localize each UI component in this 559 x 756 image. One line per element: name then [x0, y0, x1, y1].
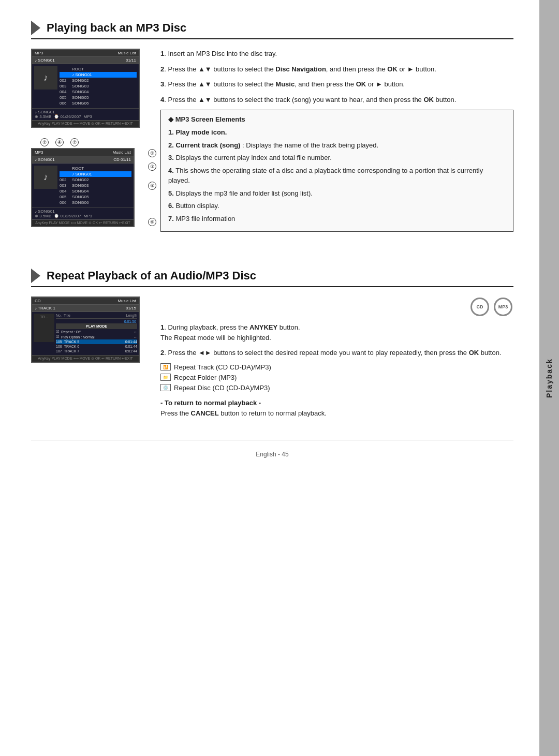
screen1-sub-right: 01/11 — [126, 58, 136, 63]
repeat-track-icon: 🔁 — [160, 363, 171, 370]
list-row: 003SONG03 — [60, 83, 137, 89]
section2-title: Repeat Playback of an Audio/MP3 Disc — [47, 269, 256, 283]
cd-top-right: Music List — [117, 299, 136, 303]
cd-list-header: No. Title Length — [56, 314, 137, 319]
screen2-sub-left: ♪ SONG01 — [35, 157, 55, 162]
list-row: 002SONG02 — [60, 177, 131, 183]
anno-2: ② — [40, 138, 49, 146]
list-row: 005SONG05 — [60, 95, 137, 100]
section1-arrow — [31, 21, 40, 35]
section2-body: CD Music List ♪ TRACK 1 01/15 TR... — [31, 297, 513, 419]
screen2-bottombar: AnyKey PLAY MODE ⟺ MOVE ⊙ OK ↩ RETURN ↩E… — [32, 219, 134, 226]
callout-item-6: 6. Button display. — [168, 201, 506, 211]
screen2-top-right: Music List — [112, 150, 131, 155]
list-row-highlighted: ♪ SONG01 — [60, 171, 131, 177]
screen1-sub-left: ♪ SONG01 — [35, 58, 55, 63]
callout-list: 1. Play mode icon. 2. Current track (son… — [168, 127, 506, 224]
cd-time: 0:01:50 — [56, 320, 137, 323]
list-row: ROOT — [60, 166, 131, 171]
screen1-top-left: MP3 — [35, 51, 43, 55]
cd-bottombar: AnyKey PLAY MODE ⟺ MOVE ⊙ OK ↩ RETURN ↩E… — [32, 355, 139, 362]
cd-sub-left: ♪ TRACK 1 — [35, 306, 55, 310]
list-row: 002SONG02 — [60, 78, 137, 83]
callout-item-5: 5. Displays the mp3 file and folder list… — [168, 188, 506, 199]
screen2-wrapper: ① ③ ⑤ ⑥ — [31, 148, 145, 227]
anno-6: ⑥ — [148, 218, 158, 226]
callout-item-4: 4. This shows the operating state of a d… — [168, 166, 506, 186]
anno-top-row: ② ④ ⑦ — [31, 138, 145, 146]
section1-title: Playing back an MP3 Disc — [47, 21, 186, 35]
screen1-info: ♪ SONG01 ⊕ 3.5MB ⌚ 01/26/2007 MP3 — [32, 108, 139, 120]
screen2-list: ROOT ♪ SONG01 002SONG02 00 — [60, 166, 131, 205]
step3: 3. Press the ▲▼ buttons to select the Mu… — [160, 79, 513, 90]
repeat-modes-list: 🔁 Repeat Track (CD CD-DA)/MP3) 📁 Repeat … — [160, 363, 513, 392]
annotated-diagram: ② ④ ⑦ ① ③ — [31, 138, 145, 227]
section2-left: CD Music List ♪ TRACK 1 01/15 TR... — [31, 297, 145, 419]
screen1-content: ♪ ROOT ♪ SONG01 002SONG02 — [32, 64, 139, 108]
section1-steps: 1. Insert an MP3 Disc into the disc tray… — [160, 49, 513, 105]
cd-thumb: TR... — [34, 314, 54, 342]
repeat-folder-label: Repeat Folder (MP3) — [174, 374, 237, 381]
cd-icon: CD — [470, 298, 489, 316]
screen2-content: ♪ ROOT ♪ SONG01 002SONG02 — [32, 164, 134, 207]
cd-row-7: 107 TRACK 7 0:01:44 — [56, 349, 137, 353]
side-tab: Playback — [539, 0, 559, 756]
callout-box: MP3 Screen Elements 1. Play mode icon. 2… — [160, 110, 513, 232]
section2-arrow — [31, 269, 40, 283]
screen1-bottombar: AnyKey PLAY MODE ⟺ MOVE ⊙ OK ↩ RETURN ↩E… — [32, 120, 139, 127]
step2: 2. Press the ▲▼ buttons to select the Di… — [160, 64, 513, 75]
screen2-topbar: MP3 Music List — [32, 149, 134, 156]
cd-row-5: 105 TRACK 5 0:01:44 — [56, 339, 137, 344]
callout-item-7: 7. MP3 file information — [168, 214, 506, 224]
cd-option-play: ☑ Play Option : Normal ↔ — [56, 334, 137, 339]
step1-text: Insert an MP3 Disc into the disc tray. — [168, 50, 277, 57]
list-row: 003SONG03 — [60, 183, 131, 188]
screen2-info: ♪ SONG01 ⊕ 3.5MB ⌚ 01/26/2007 MP3 — [32, 207, 134, 219]
screen2-top-left: MP3 — [35, 150, 43, 155]
step1: 1. Insert an MP3 Disc into the disc tray… — [160, 49, 513, 59]
screen1-subbar: ♪ SONG01 01/11 — [32, 57, 139, 64]
mp3-icon: MP3 — [494, 298, 512, 316]
anno-4: ④ — [55, 138, 64, 146]
step2-2: 2. Press the ◄► buttons to select the de… — [160, 348, 513, 358]
cd-screen: CD Music List ♪ TRACK 1 01/15 TR... — [31, 297, 140, 363]
anno-3: ③ — [148, 162, 158, 171]
footer-text: English - 45 — [256, 451, 288, 458]
screen1-topbar: MP3 Music List — [32, 50, 139, 57]
repeat-disc-label: Repeat Disc (CD (CD-DA)/MP3) — [174, 384, 270, 392]
section1-right: 1. Insert an MP3 Disc into the disc tray… — [160, 49, 513, 232]
return-label: - To return to normal playback - — [160, 399, 261, 407]
step2-1: 1. During playback, press the ANYKEY but… — [160, 322, 513, 343]
anno-1: ① — [148, 149, 158, 157]
callout-title: MP3 Screen Elements — [168, 115, 506, 123]
mp3-screen2: MP3 Music List ♪ SONG01 CD 01/11 ♪ — [31, 148, 135, 227]
repeat-disc: 💿 Repeat Disc (CD (CD-DA)/MP3) — [160, 384, 513, 392]
anno-5: ⑤ — [148, 182, 158, 190]
screen2-thumb: ♪ — [34, 166, 57, 189]
spacer1 — [31, 253, 513, 269]
cd-content: TR... No. Title Length 0:01:50 PLAY MODE — [32, 312, 139, 355]
cd-topbar: CD Music List — [32, 298, 139, 305]
return-section: - To return to normal playback - Press t… — [160, 398, 513, 420]
section1-left: MP3 Music List ♪ SONG01 01/11 ♪ ROOT — [31, 49, 145, 232]
list-row-highlighted: ♪ SONG01 — [60, 72, 137, 78]
repeat-track-label: Repeat Track (CD CD-DA)/MP3) — [174, 363, 271, 371]
step4: 4. Press the ▲▼ buttons to select the tr… — [160, 95, 513, 105]
list-row: 005SONG05 — [60, 194, 131, 200]
section2-steps: 1. During playback, press the ANYKEY but… — [160, 322, 513, 358]
callout-item-3: 3. Displays the current play index and t… — [168, 153, 506, 163]
list-row: 006SONG06 — [60, 100, 137, 106]
page-footer: English - 45 — [31, 440, 513, 463]
cd-play-mode: PLAY MODE — [56, 323, 137, 329]
cd-option-repeat: ☑ Repeat : Off ↔ — [56, 329, 137, 334]
list-row: ROOT — [60, 66, 137, 72]
cd-subbar: ♪ TRACK 1 01/15 — [32, 305, 139, 312]
repeat-folder-icon: 📁 — [160, 374, 171, 381]
anno-7: ⑦ — [70, 138, 79, 146]
section2-right: CD MP3 1. During playback, press the ANY… — [160, 297, 513, 419]
cd-sub-right: 01/15 — [126, 306, 136, 310]
list-row: 004SONG04 — [60, 89, 137, 95]
screen1-list: ROOT ♪ SONG01 002SONG02 003SONG03 — [60, 66, 137, 106]
callout-item-2: 2. Current track (song) : Displays the n… — [168, 140, 506, 151]
screen2-sub-right: CD 01/11 — [113, 157, 131, 162]
